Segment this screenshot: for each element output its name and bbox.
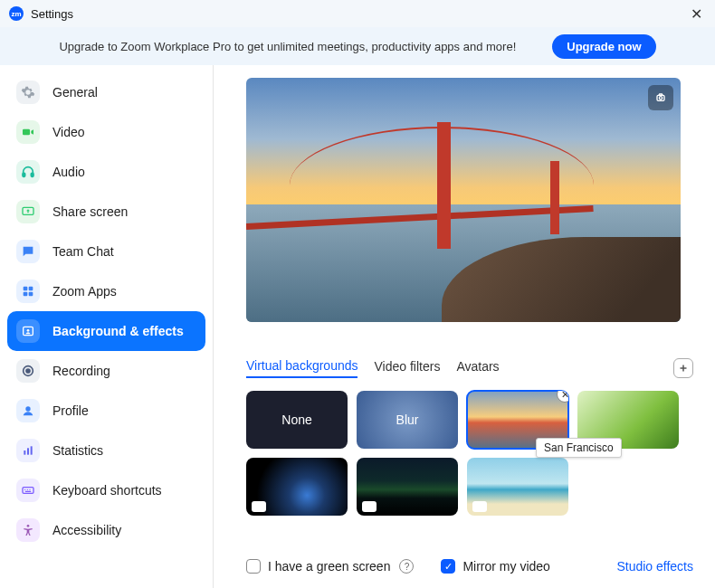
background-blur[interactable]: Blur — [357, 391, 458, 449]
window-title: Settings — [31, 7, 73, 21]
record-icon — [16, 359, 40, 383]
accessibility-icon — [16, 518, 40, 542]
sidebar-item-label: Keyboard shortcuts — [52, 483, 162, 498]
sidebar: General Video Audio Share screen Team Ch — [0, 65, 214, 588]
app-icon: zm — [9, 6, 24, 21]
effects-tabs: Virtual backgrounds Video filters Avatar… — [246, 358, 693, 378]
svg-rect-7 — [29, 292, 33, 297]
svg-point-12 — [25, 406, 30, 411]
apps-icon — [16, 280, 40, 303]
sidebar-item-team-chat[interactable]: Team Chat — [7, 232, 205, 271]
background-icon — [16, 319, 40, 343]
sidebar-item-statistics[interactable]: Statistics — [7, 431, 205, 470]
studio-effects-link[interactable]: Studio effects — [616, 559, 693, 574]
sidebar-item-accessibility[interactable]: Accessibility — [7, 510, 205, 550]
svg-rect-4 — [24, 287, 28, 291]
help-icon[interactable]: ? — [399, 559, 414, 574]
rotate-camera-button[interactable] — [648, 85, 673, 110]
gear-icon — [16, 81, 40, 104]
thumbnail-tooltip: San Francisco — [536, 438, 622, 458]
profile-icon — [16, 399, 40, 422]
banner-text: Upgrade to Zoom Workplace Pro to get unl… — [59, 40, 516, 53]
sidebar-item-label: Share screen — [52, 204, 128, 219]
video-indicator-icon — [362, 501, 377, 512]
tab-video-filters[interactable]: Video filters — [374, 359, 440, 377]
background-thumbnails: None Blur ✕ San Francisco — [246, 391, 690, 516]
svg-point-19 — [659, 97, 662, 100]
sidebar-item-label: Team Chat — [52, 244, 114, 259]
sidebar-item-audio[interactable]: Audio — [7, 152, 205, 192]
video-indicator-icon — [252, 501, 266, 512]
svg-rect-2 — [31, 173, 33, 176]
video-indicator-icon — [472, 501, 487, 512]
sidebar-item-share-screen[interactable]: Share screen — [7, 192, 205, 232]
svg-rect-15 — [31, 446, 33, 454]
headphones-icon — [16, 160, 40, 184]
svg-rect-14 — [27, 448, 29, 454]
chat-icon — [16, 240, 40, 263]
tab-avatars[interactable]: Avatars — [456, 359, 499, 377]
green-screen-label: I have a green screen — [268, 559, 390, 574]
video-preview — [246, 78, 681, 322]
svg-rect-13 — [24, 450, 25, 455]
sidebar-item-label: General — [52, 85, 98, 100]
titlebar: zm Settings ✕ — [0, 0, 715, 27]
sidebar-item-label: Audio — [52, 165, 85, 179]
close-icon[interactable]: ✕ — [687, 5, 706, 23]
svg-rect-0 — [23, 129, 30, 136]
stats-icon — [16, 439, 40, 462]
sidebar-item-profile[interactable]: Profile — [7, 391, 205, 431]
background-earth[interactable] — [246, 458, 348, 516]
footer-controls: I have a green screen ? ✓ Mirror my vide… — [246, 559, 693, 574]
background-none[interactable]: None — [246, 391, 348, 449]
sidebar-item-video[interactable]: Video — [7, 112, 205, 152]
sidebar-item-label: Video — [52, 125, 85, 139]
green-screen-checkbox[interactable] — [246, 559, 261, 574]
remove-background-button[interactable]: ✕ — [557, 391, 568, 403]
svg-rect-16 — [23, 488, 33, 494]
sidebar-item-label: Zoom Apps — [52, 284, 117, 299]
sidebar-item-label: Recording — [52, 364, 110, 378]
sidebar-item-label: Accessibility — [52, 523, 121, 537]
svg-rect-5 — [29, 287, 33, 291]
sidebar-item-general[interactable]: General — [7, 72, 205, 112]
video-icon — [16, 120, 40, 144]
upgrade-banner: Upgrade to Zoom Workplace Pro to get unl… — [0, 27, 715, 65]
mirror-video-label: Mirror my video — [462, 559, 549, 574]
add-background-button[interactable] — [673, 358, 693, 378]
tab-virtual-backgrounds[interactable]: Virtual backgrounds — [246, 358, 358, 378]
upgrade-button[interactable]: Upgrade now — [552, 34, 655, 59]
keyboard-icon — [16, 479, 40, 502]
sidebar-item-keyboard-shortcuts[interactable]: Keyboard shortcuts — [7, 470, 205, 510]
thumb-label: None — [281, 413, 311, 427]
svg-rect-6 — [24, 292, 28, 297]
sidebar-item-zoom-apps[interactable]: Zoom Apps — [7, 271, 205, 311]
sidebar-item-label: Profile — [52, 403, 89, 418]
share-screen-icon — [16, 200, 40, 223]
sidebar-item-background-effects[interactable]: Background & effects — [7, 311, 205, 351]
thumb-label: Blur — [396, 413, 419, 427]
svg-rect-1 — [23, 173, 25, 176]
svg-point-9 — [27, 329, 30, 332]
svg-point-11 — [26, 369, 30, 373]
sidebar-item-label: Background & effects — [52, 324, 184, 338]
background-aurora[interactable] — [357, 458, 458, 516]
svg-point-17 — [27, 525, 30, 527]
background-beach[interactable] — [467, 458, 568, 516]
main-panel: Virtual backgrounds Video filters Avatar… — [214, 65, 715, 588]
mirror-video-checkbox[interactable]: ✓ — [441, 559, 455, 574]
sidebar-item-label: Statistics — [52, 443, 103, 458]
sidebar-item-recording[interactable]: Recording — [7, 351, 205, 391]
